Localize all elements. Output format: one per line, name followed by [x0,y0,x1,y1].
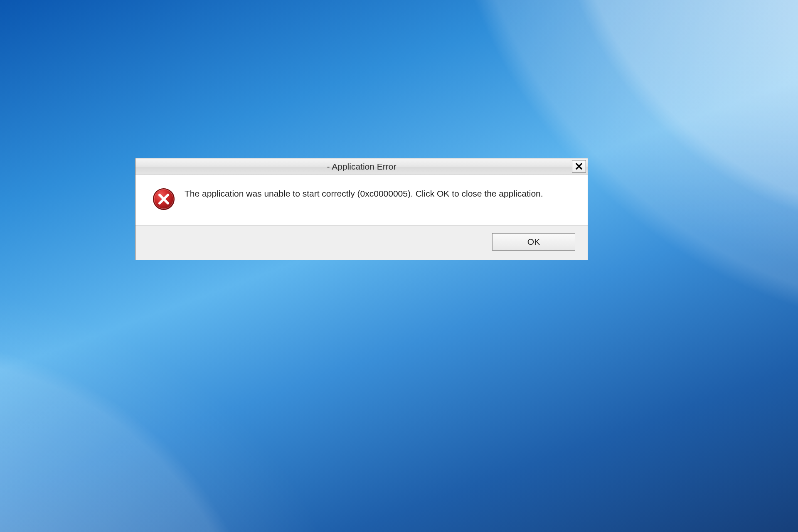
dialog-content: The application was unable to start corr… [135,175,588,225]
ok-button[interactable]: OK [492,233,575,251]
error-dialog: - Application Error [135,158,588,260]
error-message: The application was unable to start corr… [185,187,543,200]
close-icon [575,163,583,170]
dialog-title: - Application Error [135,162,588,172]
dialog-button-row: OK [135,225,588,260]
close-button[interactable] [572,160,586,172]
dialog-titlebar[interactable]: - Application Error [135,158,588,175]
error-circle-x-icon [152,187,175,211]
